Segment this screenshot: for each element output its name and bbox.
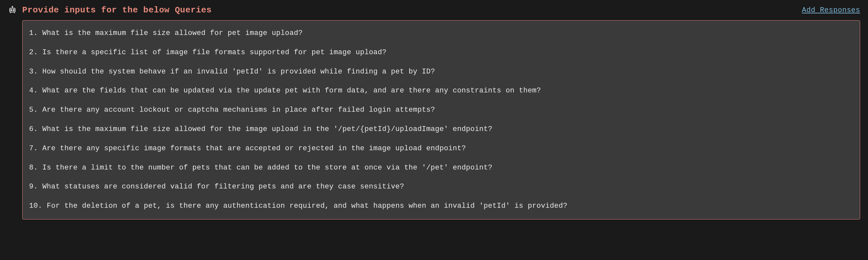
queries-container: 1. What is the maximum file size allowed… (22, 20, 860, 220)
header-bar: Provide inputs for the below Queries Add… (8, 5, 860, 15)
add-responses-link[interactable]: Add Responses (802, 6, 860, 14)
robot-icon (8, 5, 17, 15)
query-item: 9. What statuses are considered valid fo… (29, 182, 853, 192)
svg-point-1 (11, 9, 12, 11)
query-item: 7. Are there any specific image formats … (29, 144, 853, 154)
svg-point-2 (13, 9, 14, 11)
query-item: 3. How should the system behave if an in… (29, 67, 853, 77)
page-title: Provide inputs for the below Queries (22, 5, 212, 15)
query-item: 2. Is there a specific list of image fil… (29, 48, 853, 58)
header-left: Provide inputs for the below Queries (8, 5, 212, 15)
query-item: 4. What are the fields that can be updat… (29, 86, 853, 96)
query-item: 1. What is the maximum file size allowed… (29, 28, 853, 38)
query-item: 6. What is the maximum file size allowed… (29, 125, 853, 135)
query-item: 10. For the deletion of a pet, is there … (29, 201, 853, 211)
query-item: 8. Is there a limit to the number of pet… (29, 163, 853, 173)
query-item: 5. Are there any account lockout or capt… (29, 105, 853, 115)
svg-point-4 (12, 6, 13, 7)
